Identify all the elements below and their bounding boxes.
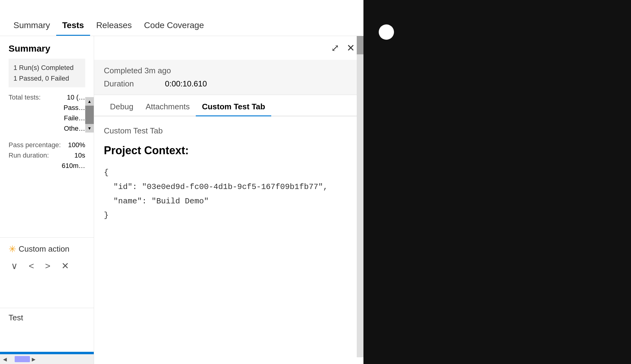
h-scroll-right-arrow[interactable]: ▶ xyxy=(30,355,37,363)
pass-pct-label: Pass percentage: xyxy=(9,141,61,149)
detail-tabs: Debug Attachments Custom Test Tab xyxy=(94,95,363,116)
completed-text: Completed 3m ago xyxy=(104,66,354,75)
asterisk-icon: ✳ xyxy=(9,244,16,254)
scroll-up-arrow[interactable]: ▲ xyxy=(85,97,94,106)
duration-value: 0:00:10.610 xyxy=(165,79,207,89)
fail-value: Faile… xyxy=(64,114,85,122)
expand-icon-button[interactable]: ⤢ xyxy=(330,41,341,55)
scroll-thumb[interactable] xyxy=(85,106,94,124)
scrollbar-thumb[interactable] xyxy=(357,36,363,54)
run-duration-label: Run duration: xyxy=(9,151,49,159)
chevron-left-button[interactable]: < xyxy=(26,260,37,272)
vertical-scrollbar[interactable]: ▲ ▼ xyxy=(85,97,94,133)
h-scroll-thumb[interactable] xyxy=(15,356,30,362)
close-icon-button[interactable]: ✕ xyxy=(345,41,356,55)
run-duration-value1: 10s xyxy=(75,151,85,159)
top-nav: Summary Tests Releases Code Coverage xyxy=(0,0,363,36)
tab-debug[interactable]: Debug xyxy=(104,102,140,116)
right-panel xyxy=(363,0,631,364)
summary-section: Summary 1 Run(s) Completed 1 Passed, 0 F… xyxy=(0,36,94,180)
run-duration-value2: 610m… xyxy=(62,162,85,170)
run-complete-line2: 1 Passed, 0 Failed xyxy=(13,73,80,84)
white-circle-indicator xyxy=(379,24,394,40)
tab-summary[interactable]: Summary xyxy=(7,20,56,36)
custom-action-section: ✳ Custom action ∨ < > ✕ xyxy=(0,237,94,278)
pass-value: Pass… xyxy=(64,104,85,112)
right-scrollbar[interactable] xyxy=(357,36,363,357)
tab-custom-test-tab[interactable]: Custom Test Tab xyxy=(196,102,271,116)
pass-pct-value: 100% xyxy=(68,141,85,149)
test-label-section: Test xyxy=(0,308,94,327)
test-label: Test xyxy=(9,313,23,322)
stats-table: Total tests: 10 (… Pass… Faile… Othe… xyxy=(9,93,85,170)
stats-row-pass: Pass… xyxy=(9,104,85,112)
close-button-action[interactable]: ✕ xyxy=(59,259,71,272)
custom-action-label: ✳ Custom action xyxy=(9,244,85,254)
duration-label: Duration xyxy=(104,79,165,89)
detail-panel: ⤢ ✕ Completed 3m ago Duration 0:00:10.61… xyxy=(94,36,363,364)
panel-bottom-bar: ◀ ▶ xyxy=(0,354,94,364)
stats-row-duration2: 610m… xyxy=(9,162,85,170)
stats-row-fail: Faile… xyxy=(9,114,85,122)
tab-code-coverage[interactable]: Code Coverage xyxy=(138,20,210,36)
run-complete-box: 1 Run(s) Completed 1 Passed, 0 Failed xyxy=(9,59,85,87)
tab-tests[interactable]: Tests xyxy=(56,20,90,36)
other-value: Othe… xyxy=(64,125,85,133)
stats-row-pass-pct: Pass percentage: 100% xyxy=(9,141,85,149)
blue-highlight-bar xyxy=(0,352,94,354)
total-tests-value: 10 (… xyxy=(67,93,85,101)
chevron-down-button[interactable]: ∨ xyxy=(9,259,20,272)
content-tab-heading: Custom Test Tab xyxy=(104,126,354,136)
duration-row: Duration 0:00:10.610 xyxy=(104,79,354,89)
stats-row-other: Othe… xyxy=(9,125,85,133)
action-buttons: ∨ < > ✕ xyxy=(9,259,85,272)
code-block: { "id": "03e0ed9d-fc00-4d1b-9cf5-167f09b… xyxy=(104,166,354,223)
summary-title: Summary xyxy=(9,43,85,54)
h-scroll-left-arrow[interactable]: ◀ xyxy=(1,355,9,363)
total-tests-label: Total tests: xyxy=(9,93,41,101)
detail-info: Completed 3m ago Duration 0:00:10.610 xyxy=(94,60,363,95)
chevron-right-button[interactable]: > xyxy=(43,260,53,272)
detail-header: ⤢ ✕ xyxy=(94,36,363,60)
run-complete-line1: 1 Run(s) Completed xyxy=(13,62,80,73)
tab-attachments[interactable]: Attachments xyxy=(140,102,196,116)
project-context-title: Project Context: xyxy=(104,144,354,157)
stats-row-duration: Run duration: 10s xyxy=(9,151,85,159)
stats-row-total: Total tests: 10 (… xyxy=(9,93,85,101)
detail-content: Custom Test Tab Project Context: { "id":… xyxy=(94,116,363,364)
left-panel: Summary 1 Run(s) Completed 1 Passed, 0 F… xyxy=(0,36,94,364)
custom-action-text: Custom action xyxy=(19,244,69,254)
scroll-down-arrow[interactable]: ▼ xyxy=(85,124,94,133)
tab-releases[interactable]: Releases xyxy=(90,20,138,36)
